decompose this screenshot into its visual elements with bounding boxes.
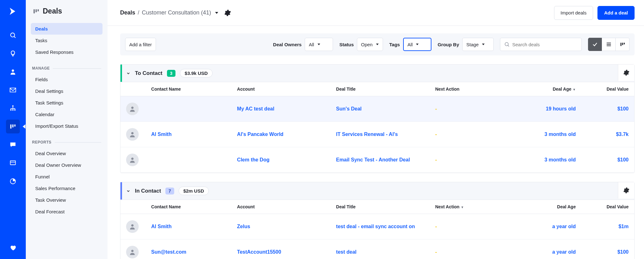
sidebar-item-owner-overview[interactable]: Deal Owner Overview xyxy=(31,159,103,171)
deals-table: Contact NameAccountDeal TitleNext Action… xyxy=(120,200,634,259)
view-check[interactable] xyxy=(588,38,602,51)
rail-deals[interactable] xyxy=(6,120,20,133)
contact-link[interactable]: Al Smith xyxy=(151,224,172,229)
svg-rect-20 xyxy=(620,43,621,46)
sidebar-item-deal-settings[interactable]: Deal Settings xyxy=(31,85,103,97)
svg-rect-6 xyxy=(14,110,16,111)
table-row[interactable]: Al SmithZelustest deal - email sync acco… xyxy=(120,214,634,239)
svg-rect-12 xyxy=(34,9,35,13)
rail-campaigns[interactable] xyxy=(6,83,20,97)
add-deal-button[interactable]: Add a deal xyxy=(597,6,635,20)
content: Add a filter Deal Owners All Status Open xyxy=(108,26,644,259)
add-filter-button[interactable]: Add a filter xyxy=(125,38,156,51)
account-link[interactable]: Al's Pancake World xyxy=(237,132,284,137)
view-list[interactable] xyxy=(602,38,616,51)
stage-collapse-icon[interactable] xyxy=(126,71,130,76)
contact-link[interactable]: Al Smith xyxy=(151,132,172,137)
avatar xyxy=(126,128,139,141)
col-title[interactable]: Deal Title xyxy=(330,200,430,214)
status-select[interactable]: Open xyxy=(357,38,383,51)
sidebar-item-tasks[interactable]: Tasks xyxy=(31,35,103,46)
import-deals-button[interactable]: Import deals xyxy=(554,6,593,20)
col-account[interactable]: Account xyxy=(231,82,330,96)
sidebar: Deals Deals Tasks Saved Responses MANAGE… xyxy=(26,0,108,259)
col-next[interactable]: Next Action xyxy=(430,82,522,96)
deal-title-link[interactable]: test deal xyxy=(336,249,357,255)
stage-settings-icon[interactable] xyxy=(618,65,634,81)
svg-point-15 xyxy=(505,42,508,46)
search-deals[interactable] xyxy=(500,38,582,51)
breadcrumb-caret-icon[interactable] xyxy=(215,11,219,15)
rail-site[interactable] xyxy=(6,156,20,170)
sidebar-item-import-export[interactable]: Import/Export Status xyxy=(31,120,103,132)
sidebar-item-deal-forecast[interactable]: Deal Forecast xyxy=(31,206,103,217)
contact-link[interactable]: Sun@test.com xyxy=(151,249,186,255)
deal-title-link[interactable]: test deal - email sync account on xyxy=(336,224,415,229)
rail-favorite[interactable] xyxy=(6,241,20,255)
breadcrumb-leaf[interactable]: Customer Consultation (41) xyxy=(142,9,211,16)
table-row[interactable]: Al SmithAl's Pancake WorldIT Services Re… xyxy=(120,122,634,147)
rail-contacts[interactable] xyxy=(6,65,20,79)
table-row[interactable]: Sun@test.comTestAccount15500test deal-a … xyxy=(120,239,634,259)
account-link[interactable]: Zelus xyxy=(237,224,250,229)
col-next[interactable]: Next Action▼ xyxy=(430,200,522,214)
deal-title-link[interactable]: Email Sync Test - Another Deal xyxy=(336,157,410,162)
col-value[interactable]: Deal Value xyxy=(581,82,634,96)
view-kanban[interactable] xyxy=(616,38,630,51)
sidebar-item-calendar[interactable]: Calendar xyxy=(31,109,103,120)
col-age[interactable]: Deal Age xyxy=(522,200,581,214)
account-link[interactable]: TestAccount15500 xyxy=(237,249,281,255)
col-value[interactable]: Deal Value xyxy=(581,200,634,214)
col-contact[interactable]: Contact Name xyxy=(146,200,231,214)
account-link[interactable]: Clem the Dog xyxy=(237,157,269,162)
svg-rect-4 xyxy=(10,110,12,111)
rail-automation[interactable] xyxy=(6,101,20,115)
account-link[interactable]: My AC test deal xyxy=(237,106,275,111)
groupby-select[interactable]: Stage xyxy=(462,38,494,51)
stage-settings-icon[interactable] xyxy=(618,182,634,199)
deal-value: $1m xyxy=(619,224,629,229)
deal-age: 3 months old xyxy=(544,132,576,137)
sidebar-item-sales-perf[interactable]: Sales Performance xyxy=(31,183,103,194)
svg-rect-10 xyxy=(10,161,16,165)
sidebar-item-deal-overview[interactable]: Deal Overview xyxy=(31,148,103,159)
breadcrumb-root[interactable]: Deals xyxy=(120,9,135,16)
col-contact[interactable]: Contact Name xyxy=(146,82,231,96)
app-logo[interactable] xyxy=(7,5,19,18)
sidebar-item-saved-responses[interactable]: Saved Responses xyxy=(31,46,103,58)
col-title[interactable]: Deal Title xyxy=(330,82,430,96)
owners-select[interactable]: All xyxy=(305,38,333,51)
stage-count-badge: 7 xyxy=(165,188,174,194)
deals-icon xyxy=(33,8,40,15)
sidebar-item-fields[interactable]: Fields xyxy=(31,74,103,85)
next-action: - xyxy=(435,224,437,229)
svg-rect-21 xyxy=(622,43,623,45)
search-input[interactable] xyxy=(512,42,578,47)
deal-title-link[interactable]: Sun's Deal xyxy=(336,106,362,111)
stage-name: In Contact xyxy=(135,188,161,194)
status-label: Status xyxy=(339,42,354,47)
sidebar-item-deals[interactable]: Deals xyxy=(31,23,103,35)
col-age[interactable]: Deal Age▼ xyxy=(522,82,581,96)
topbar: Deals / Customer Consultation (41) Impor… xyxy=(108,0,644,26)
tags-select[interactable]: All xyxy=(403,38,431,51)
rail-conversations[interactable] xyxy=(6,138,20,152)
rail-ideas[interactable] xyxy=(6,47,20,60)
sidebar-item-funnel[interactable]: Funnel xyxy=(31,171,103,183)
sidebar-item-task-settings[interactable]: Task Settings xyxy=(31,97,103,109)
next-action: - xyxy=(435,157,437,162)
table-row[interactable]: Clem the DogEmail Sync Test - Another De… xyxy=(120,147,634,173)
svg-rect-5 xyxy=(12,110,14,111)
table-row[interactable]: My AC test dealSun's Deal-19 hours old$1… xyxy=(120,96,634,122)
pipeline-settings-icon[interactable] xyxy=(224,9,231,16)
col-account[interactable]: Account xyxy=(231,200,330,214)
svg-point-0 xyxy=(11,33,15,37)
sidebar-item-task-overview[interactable]: Task Overview xyxy=(31,194,103,206)
breadcrumb-sep: / xyxy=(138,9,139,16)
avatar xyxy=(126,154,139,166)
owners-label: Deal Owners xyxy=(273,42,302,47)
rail-search[interactable] xyxy=(6,28,20,42)
deal-title-link[interactable]: IT Services Renewal - Al's xyxy=(336,132,398,137)
stage-collapse-icon[interactable] xyxy=(126,189,130,193)
rail-reports[interactable] xyxy=(6,174,20,188)
